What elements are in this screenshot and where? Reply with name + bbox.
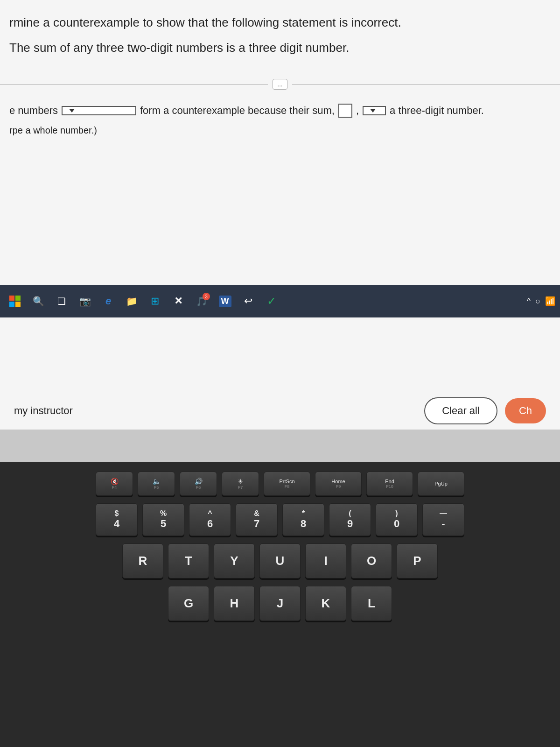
edge-icon: e bbox=[105, 295, 111, 307]
key-0-rparen[interactable]: ) 0 bbox=[376, 503, 418, 536]
key-o[interactable]: O bbox=[351, 543, 392, 578]
x-icon: ✕ bbox=[174, 295, 182, 307]
clear-all-button[interactable]: Clear all bbox=[424, 397, 497, 424]
sum-input-box[interactable] bbox=[338, 104, 352, 118]
key-p[interactable]: P bbox=[397, 543, 438, 578]
taskbar-back-button[interactable]: ↩ bbox=[238, 291, 259, 311]
statement-line1: rmine a counterexample to show that the … bbox=[9, 14, 541, 31]
text-section: rmine a counterexample to show that the … bbox=[0, 0, 560, 74]
divider-right bbox=[292, 84, 560, 85]
key-8-asterisk[interactable]: * 8 bbox=[282, 503, 324, 536]
dots-box[interactable]: ... bbox=[273, 79, 288, 90]
taskbar-taskview-button[interactable]: ❏ bbox=[51, 291, 72, 311]
grid-icon: ⊞ bbox=[151, 295, 159, 307]
taskbar-edge-button[interactable]: e bbox=[98, 291, 119, 311]
taskview-icon: ❏ bbox=[57, 296, 66, 307]
caret-icon[interactable]: ^ bbox=[527, 296, 531, 306]
key-r[interactable]: R bbox=[122, 543, 163, 578]
bottom-bar: my instructor Clear all Ch bbox=[0, 392, 560, 430]
word-icon: W bbox=[219, 296, 231, 307]
key-i[interactable]: I bbox=[305, 543, 346, 578]
form-suffix: a three-digit number. bbox=[390, 105, 484, 117]
back-arrow-icon: ↩ bbox=[244, 295, 252, 307]
key-7-ampersand[interactable]: & 7 bbox=[236, 503, 278, 536]
statement-line2: The sum of any three two-digit numbers i… bbox=[9, 39, 541, 56]
search-icon: 🔍 bbox=[33, 296, 44, 307]
numbers-dropdown[interactable] bbox=[62, 106, 136, 115]
top-letter-row: R T Y U I O P bbox=[14, 543, 546, 578]
key-f7-brightness[interactable]: ☀ F7 bbox=[222, 472, 259, 496]
prtscn-label: PrtScn bbox=[279, 479, 294, 484]
key-y[interactable]: Y bbox=[214, 543, 255, 578]
windows-taskbar: 🔍 ❏ 📷 e 📁 ⊞ ✕ 🎵 3 W bbox=[0, 285, 560, 317]
key-f10-end[interactable]: End F10 bbox=[366, 472, 413, 496]
digit-dropdown-arrow-icon bbox=[370, 109, 376, 113]
num-key-row: $ 4 % 5 ^ 6 & 7 * 8 ( 9 ) 0 — - bbox=[14, 503, 546, 536]
taskbar-right-section: ^ ○ 📶 bbox=[527, 296, 555, 306]
mute-icon: 🔇 bbox=[111, 478, 119, 485]
end-label: End bbox=[385, 479, 394, 484]
taskbar-explorer-button[interactable]: 📁 bbox=[121, 291, 142, 311]
explorer-icon: 📁 bbox=[126, 296, 138, 307]
key-f4-mute[interactable]: 🔇 F4 bbox=[96, 472, 133, 496]
vol-down-icon: 🔈 bbox=[153, 478, 161, 485]
check-circle-icon: ✓ bbox=[267, 295, 276, 308]
key-f8-prtscn[interactable]: PrtScn F8 bbox=[264, 472, 310, 496]
key-6-caret[interactable]: ^ 6 bbox=[189, 503, 231, 536]
vol-up-icon: 🔊 bbox=[195, 478, 203, 485]
key-4-dollar[interactable]: $ 4 bbox=[96, 503, 138, 536]
key-l[interactable]: L bbox=[351, 586, 392, 621]
divider-left bbox=[0, 84, 268, 85]
check-button[interactable]: Ch bbox=[505, 398, 546, 423]
taskbar-grid-button[interactable]: ⊞ bbox=[145, 291, 165, 311]
key-t[interactable]: T bbox=[168, 543, 209, 578]
divider-section: ... bbox=[0, 79, 560, 90]
fn-key-row: 🔇 F4 🔈 F5 🔊 F6 ☀ F7 PrtScn F8 Home F9 En… bbox=[14, 472, 546, 496]
pgup-label: PgUp bbox=[434, 481, 448, 486]
taskbar-media-button[interactable]: 🎵 3 bbox=[191, 291, 212, 311]
dropdown-arrow-icon bbox=[69, 109, 75, 113]
taskbar-word-button[interactable]: W bbox=[215, 291, 235, 311]
taskbar-x-button[interactable]: ✕ bbox=[168, 291, 189, 311]
instructor-text: my instructor bbox=[14, 405, 73, 417]
key-g[interactable]: G bbox=[168, 586, 209, 621]
key-u[interactable]: U bbox=[259, 543, 301, 578]
second-line: rpe a whole number.) bbox=[0, 122, 560, 139]
keyboard-area: 🔇 F4 🔈 F5 🔊 F6 ☀ F7 PrtScn F8 Home F9 En… bbox=[0, 462, 560, 747]
taskbar-check-button[interactable]: ✓ bbox=[261, 291, 282, 311]
key-k[interactable]: K bbox=[305, 586, 346, 621]
key-9-lparen[interactable]: ( 9 bbox=[329, 503, 371, 536]
key-j[interactable]: J bbox=[259, 586, 301, 621]
camera-icon: 📷 bbox=[79, 296, 91, 307]
key-f6-vol-up[interactable]: 🔊 F6 bbox=[180, 472, 217, 496]
taskbar-windows-button[interactable] bbox=[5, 291, 25, 311]
windows-icon bbox=[9, 296, 21, 307]
brightness-icon: ☀ bbox=[238, 478, 244, 485]
wifi-icon[interactable]: 📶 bbox=[545, 296, 555, 306]
key-h[interactable]: H bbox=[214, 586, 255, 621]
content-area: rmine a counterexample to show that the … bbox=[0, 0, 560, 430]
taskbar-search-button[interactable]: 🔍 bbox=[28, 291, 49, 311]
notification-badge: 3 bbox=[203, 293, 210, 300]
form-middle: form a counterexample because their sum, bbox=[140, 105, 335, 117]
key-minus[interactable]: — - bbox=[422, 503, 464, 536]
digit-dropdown[interactable] bbox=[363, 106, 386, 115]
form-prefix: e numbers bbox=[9, 105, 58, 117]
comma-label: , bbox=[356, 105, 359, 117]
bottom-letter-row: G H J K L bbox=[14, 586, 546, 621]
key-5-percent[interactable]: % 5 bbox=[142, 503, 184, 536]
notification-icon[interactable]: ○ bbox=[535, 296, 540, 306]
key-pgup[interactable]: PgUp bbox=[418, 472, 464, 496]
home-label: Home bbox=[331, 479, 345, 484]
form-row: e numbers form a counterexample because … bbox=[0, 99, 560, 122]
bottom-right-actions: Clear all Ch bbox=[424, 397, 546, 424]
taskbar-camera-button[interactable]: 📷 bbox=[75, 291, 95, 311]
key-f9-home[interactable]: Home F9 bbox=[315, 472, 362, 496]
key-f5-vol-down[interactable]: 🔈 F5 bbox=[138, 472, 175, 496]
